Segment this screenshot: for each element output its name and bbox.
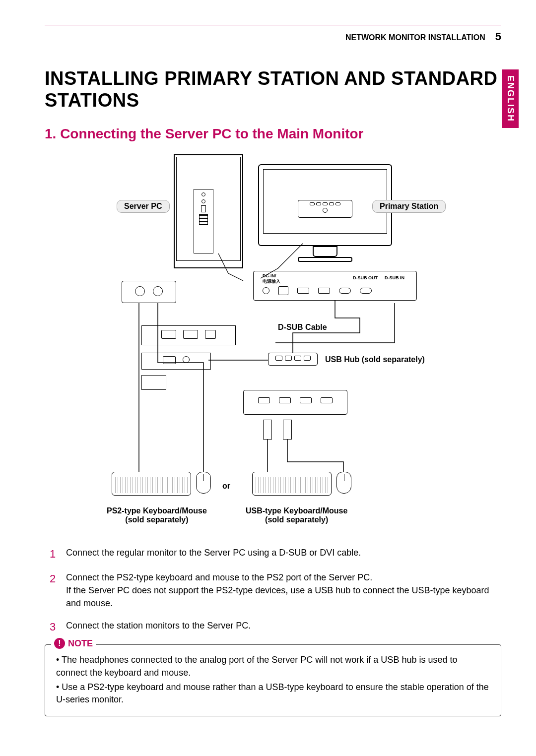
- dsub-out-label: D-SUB OUT: [353, 275, 378, 280]
- or-label: or: [222, 482, 230, 491]
- note-item: The headphones connected to the analog p…: [56, 654, 490, 679]
- step-text: Connect the station monitors to the Serv…: [66, 619, 251, 635]
- page-number: 5: [495, 30, 501, 43]
- ps2-kb-label: PS2-type Keyboard/Mouse: [107, 506, 207, 515]
- note-label: NOTE: [68, 638, 93, 649]
- primary-station-label: Primary Station: [372, 200, 446, 213]
- section-header: NETWORK MONITOR INSTALLATION: [345, 33, 485, 42]
- step-number: 2: [50, 571, 59, 610]
- ps2-kb-sold: (sold separately): [125, 515, 188, 524]
- language-tab: ENGLISH: [502, 69, 519, 128]
- step-number: 1: [50, 546, 59, 562]
- step-text: Connect the PS2-type keyboard and mouse …: [66, 571, 501, 610]
- usb-kb-sold: (sold separately): [265, 515, 328, 524]
- step-text: Connect the regular monitor to the Serve…: [66, 546, 361, 562]
- dcin-port-label: DC-IN/ 电源输入: [263, 273, 280, 285]
- instruction-steps: 1Connect the regular monitor to the Serv…: [50, 546, 501, 634]
- note-icon: !: [54, 638, 65, 649]
- step-number: 3: [50, 619, 59, 635]
- dsub-in-label: D-SUB IN: [385, 275, 404, 280]
- usb-hub-label: USB Hub (sold separately): [325, 355, 425, 364]
- dsub-cable-label: D-SUB Cable: [278, 323, 327, 332]
- note-box: ! NOTE The headphones connected to the a…: [45, 644, 501, 716]
- section-subtitle: 1. Connecting the Server PC to the Main …: [45, 126, 501, 142]
- note-item: Use a PS2-type keyboard and mouse rather…: [56, 681, 490, 706]
- server-pc-label: Server PC: [117, 200, 170, 213]
- page-title: INSTALLING PRIMARY STATION AND STANDARD …: [45, 68, 501, 111]
- connection-diagram: Server PC Primary Station DC-IN/ 电源输入 D-…: [89, 154, 457, 536]
- usb-kb-label: USB-type Keyboard/Mouse: [246, 506, 347, 515]
